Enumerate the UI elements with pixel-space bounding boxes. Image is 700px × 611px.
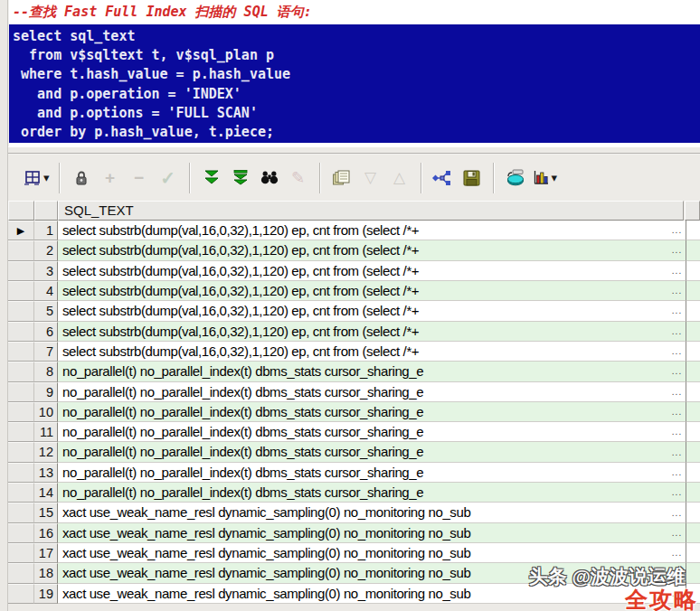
- sort-ascending-icon[interactable]: △: [388, 164, 411, 192]
- row-overflow-strip: [686, 322, 700, 342]
- save-icon[interactable]: [460, 164, 484, 192]
- row-text[interactable]: select substrb(dump(val,16,0,32),1,120) …: [58, 281, 668, 301]
- table-row[interactable]: 5 select substrb(dump(val,16,0,32),1,120…: [8, 301, 700, 321]
- table-row[interactable]: 4 select substrb(dump(val,16,0,32),1,120…: [8, 281, 700, 301]
- row-text[interactable]: select substrb(dump(val,16,0,32),1,120) …: [58, 322, 668, 342]
- toolbar-separator: [421, 163, 422, 193]
- row-number[interactable]: 19: [34, 584, 58, 604]
- row-text[interactable]: select substrb(dump(val,16,0,32),1,120) …: [58, 240, 668, 260]
- row-text[interactable]: no_parallel(t) no_parallel_index(t) dbms…: [58, 402, 668, 422]
- row-number[interactable]: 11: [34, 422, 58, 442]
- chevron-down-icon[interactable]: ▾: [552, 171, 558, 184]
- delete-row-icon[interactable]: −: [128, 164, 151, 192]
- row-overflow-strip: [686, 422, 700, 442]
- table-row[interactable]: 12 no_parallel(t) no_parallel_index(t) d…: [8, 442, 700, 462]
- row-number[interactable]: 12: [34, 442, 58, 462]
- column-header-sql-text[interactable]: SQL_TEXT: [58, 201, 684, 221]
- sql-selected-block[interactable]: select sql_text from v$sqltext t, v$sql_…: [9, 24, 700, 143]
- cell-ellipsis-button[interactable]: ...: [668, 543, 686, 563]
- table-row[interactable]: 2 select substrb(dump(val,16,0,32),1,120…: [8, 240, 700, 260]
- sort-descending-icon[interactable]: ▽: [359, 164, 383, 192]
- cell-ellipsis-button[interactable]: ...: [668, 402, 686, 422]
- row-number[interactable]: 6: [34, 322, 58, 342]
- table-row[interactable]: 13 no_parallel(t) no_parallel_index(t) d…: [8, 463, 700, 483]
- cell-ellipsis-button[interactable]: ...: [668, 523, 686, 543]
- chart-icon[interactable]: ▾: [533, 164, 558, 192]
- table-row[interactable]: 6 select substrb(dump(val,16,0,32),1,120…: [8, 322, 700, 342]
- row-indicator: [8, 382, 34, 402]
- table-row[interactable]: 11 no_parallel(t) no_parallel_index(t) d…: [8, 422, 700, 442]
- row-number[interactable]: 1: [34, 221, 58, 240]
- explain-plan-icon[interactable]: [431, 164, 455, 192]
- copy-rows-icon[interactable]: [330, 164, 354, 192]
- table-row[interactable]: 10 no_parallel(t) no_parallel_index(t) d…: [8, 402, 700, 422]
- row-text[interactable]: no_parallel(t) no_parallel_index(t) dbms…: [58, 442, 668, 462]
- row-indicator: [8, 584, 34, 604]
- sql-line: select sql_text: [13, 27, 700, 46]
- row-number[interactable]: 4: [34, 281, 58, 301]
- cell-ellipsis-button[interactable]: ...: [668, 301, 686, 321]
- row-text[interactable]: select substrb(dump(val,16,0,32),1,120) …: [58, 342, 668, 362]
- row-number[interactable]: 5: [34, 301, 58, 321]
- row-number[interactable]: 10: [34, 402, 58, 422]
- cell-ellipsis-button[interactable]: ...: [668, 503, 686, 522]
- row-text[interactable]: no_parallel(t) no_parallel_index(t) dbms…: [58, 362, 668, 381]
- fetch-last-page-icon[interactable]: [229, 164, 252, 192]
- row-number[interactable]: 17: [34, 543, 58, 563]
- table-row[interactable]: 16 xact use_weak_name_resl dynamic_sampl…: [8, 523, 700, 543]
- lock-icon[interactable]: [70, 164, 93, 192]
- row-text[interactable]: select substrb(dump(val,16,0,32),1,120) …: [58, 301, 668, 321]
- cell-ellipsis-button[interactable]: ...: [668, 322, 686, 342]
- grid-options-icon[interactable]: ▾: [24, 164, 50, 192]
- table-row[interactable]: 15 xact use_weak_name_resl dynamic_sampl…: [8, 503, 700, 522]
- find-icon[interactable]: [258, 164, 281, 192]
- table-row[interactable]: ▶ 1 select substrb(dump(val,16,0,32),1,1…: [8, 221, 700, 240]
- row-number[interactable]: 2: [34, 240, 58, 260]
- row-number[interactable]: 9: [34, 382, 58, 402]
- row-text[interactable]: no_parallel(t) no_parallel_index(t) dbms…: [58, 422, 668, 442]
- table-row[interactable]: 14 no_parallel(t) no_parallel_index(t) d…: [8, 483, 700, 503]
- row-overflow-strip: [686, 240, 700, 260]
- row-indicator: [8, 543, 34, 563]
- cell-ellipsis-button[interactable]: ...: [668, 240, 686, 260]
- cell-ellipsis-button[interactable]: ...: [668, 483, 686, 503]
- chevron-down-icon[interactable]: ▾: [43, 171, 50, 184]
- row-text[interactable]: no_parallel(t) no_parallel_index(t) dbms…: [58, 483, 668, 503]
- rollback-icon[interactable]: [504, 164, 527, 192]
- cell-ellipsis-button[interactable]: ...: [668, 463, 686, 483]
- row-number[interactable]: 7: [34, 342, 58, 362]
- fetch-next-page-icon[interactable]: [200, 164, 223, 192]
- row-number[interactable]: 14: [34, 483, 58, 503]
- row-number[interactable]: 8: [34, 362, 58, 381]
- table-row[interactable]: 8 no_parallel(t) no_parallel_index(t) db…: [8, 362, 700, 381]
- row-text[interactable]: xact use_weak_name_resl dynamic_sampling…: [58, 503, 668, 522]
- row-number[interactable]: 18: [34, 563, 58, 583]
- row-text[interactable]: no_parallel(t) no_parallel_index(t) dbms…: [58, 382, 668, 402]
- cell-ellipsis-button[interactable]: ...: [668, 382, 686, 402]
- table-row[interactable]: 17 xact use_weak_name_resl dynamic_sampl…: [8, 543, 700, 563]
- post-changes-icon[interactable]: ✓: [156, 164, 180, 192]
- cell-ellipsis-button[interactable]: ...: [668, 442, 686, 462]
- row-number[interactable]: 16: [34, 523, 58, 543]
- table-row[interactable]: 3 select substrb(dump(val,16,0,32),1,120…: [8, 261, 700, 281]
- row-number[interactable]: 3: [34, 261, 58, 281]
- insert-row-icon[interactable]: +: [99, 164, 122, 192]
- row-number[interactable]: 13: [34, 463, 58, 483]
- row-text[interactable]: xact use_weak_name_resl dynamic_sampling…: [58, 543, 668, 563]
- edit-record-icon[interactable]: ✎: [287, 164, 310, 192]
- table-row[interactable]: 9 no_parallel(t) no_parallel_index(t) db…: [8, 382, 700, 402]
- table-row[interactable]: 7 select substrb(dump(val,16,0,32),1,120…: [8, 342, 700, 362]
- row-text[interactable]: xact use_weak_name_resl dynamic_sampling…: [58, 523, 668, 543]
- cell-ellipsis-button[interactable]: ...: [668, 342, 686, 362]
- row-text[interactable]: no_parallel(t) no_parallel_index(t) dbms…: [58, 463, 668, 483]
- row-number[interactable]: 15: [34, 503, 58, 522]
- cell-ellipsis-button[interactable]: ...: [668, 422, 686, 442]
- splitter-bar[interactable]: [8, 146, 700, 154]
- row-text[interactable]: select substrb(dump(val,16,0,32),1,120) …: [58, 261, 668, 281]
- cell-ellipsis-button[interactable]: ...: [668, 362, 686, 381]
- cell-ellipsis-button[interactable]: ...: [668, 261, 686, 281]
- cell-ellipsis-button[interactable]: ...: [668, 281, 686, 301]
- row-text[interactable]: select substrb(dump(val,16,0,32),1,120) …: [58, 221, 668, 240]
- sql-editor[interactable]: --查找 Fast Full Index 扫描的 SQL 语句: select …: [9, 0, 700, 154]
- cell-ellipsis-button[interactable]: ...: [668, 221, 686, 240]
